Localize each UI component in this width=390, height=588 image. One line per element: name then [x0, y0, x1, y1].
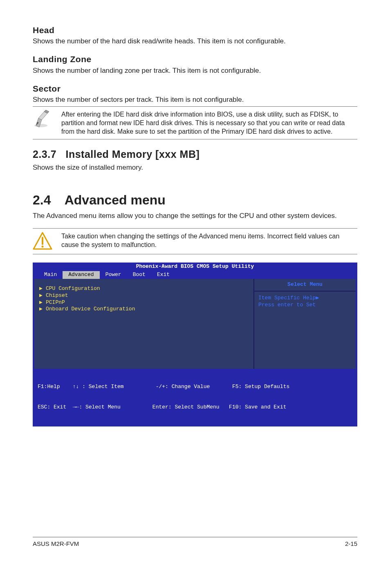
- note-warning-text: Take caution when changing the settings …: [61, 231, 357, 249]
- section-head-title: Head: [33, 25, 357, 36]
- bios-tab-boot[interactable]: Boot: [127, 271, 151, 279]
- note-pencil: After entering the IDE hard disk drive i…: [33, 106, 357, 139]
- chevron-right-icon: ▶: [39, 299, 46, 306]
- note-warning: Take caution when changing the settings …: [33, 228, 357, 254]
- h2-installed-body: Shows the size of installed memory.: [33, 163, 357, 173]
- h1-advanced-body: The Advanced menu items allow you to cha…: [33, 211, 357, 221]
- pencil-icon: [33, 109, 52, 129]
- bios-footer-line2: ESC: Exit →←: Select Menu Enter: Select …: [38, 404, 352, 411]
- svg-marker-2: [38, 112, 47, 120]
- bios-item-cpu[interactable]: ▶CPU Configuration: [39, 285, 250, 292]
- h2-title: Installed Memory [xxx MB]: [65, 148, 199, 160]
- bios-footer-line1: F1:Help ↑↓ : Select Item -/+: Change Val…: [38, 384, 352, 391]
- section-head-body: Shows the number of the hard disk read/w…: [33, 37, 357, 46]
- bios-right-title: Select Menu: [254, 279, 356, 292]
- bios-tab-main[interactable]: Main: [38, 271, 63, 279]
- bios-help-line1: Item Specific Help▶: [258, 295, 352, 302]
- chevron-right-icon: ▶: [39, 306, 46, 313]
- bios-screenshot: Phoenix-Award BIOS CMOS Setup Utility Ma…: [33, 263, 357, 426]
- h2-num: 2.3.7: [33, 148, 56, 160]
- footer-right: 2-15: [345, 540, 357, 548]
- chevron-right-icon: ▶: [39, 292, 46, 299]
- h1-num: 2.4: [33, 191, 61, 209]
- bios-help-line3: Press enter to Set: [258, 302, 352, 309]
- section-landing-title: Landing Zone: [33, 54, 357, 65]
- bios-item-chipset[interactable]: ▶Chipset: [39, 292, 250, 299]
- h2-installed-memory: 2.3.7 Installed Memory [xxx MB]: [33, 148, 357, 162]
- bios-tab-exit[interactable]: Exit: [151, 271, 175, 279]
- chevron-right-icon: ▶: [39, 285, 46, 292]
- section-sector-title: Sector: [33, 83, 357, 94]
- h1-advanced-menu: 2.4 Advanced menu: [33, 191, 357, 209]
- section-sector-body: Shows the number of sectors per track. T…: [33, 95, 357, 105]
- bios-footer: F1:Help ↑↓ : Select Item -/+: Change Val…: [33, 369, 357, 426]
- note-pencil-text: After entering the IDE hard disk drive i…: [61, 109, 357, 136]
- svg-point-7: [42, 245, 44, 247]
- bios-right-pane: Select Menu Item Specific Help▶ Press en…: [253, 279, 356, 369]
- bios-tab-power[interactable]: Power: [100, 271, 127, 279]
- bios-left-pane: ▶CPU Configuration ▶Chipset ▶PCIPnP ▶Onb…: [34, 279, 253, 369]
- bios-title: Phoenix-Award BIOS CMOS Setup Utility: [33, 263, 357, 271]
- bios-menubar: Main Advanced Power Boot Exit: [33, 271, 357, 279]
- section-landing-body: Shows the number of landing zone per tra…: [33, 66, 357, 76]
- page-footer: ASUS M2R-FVM 2-15: [33, 537, 357, 548]
- bios-tab-advanced[interactable]: Advanced: [63, 271, 99, 279]
- footer-left: ASUS M2R-FVM: [33, 540, 79, 548]
- warning-icon: [33, 231, 52, 251]
- bios-item-onboard[interactable]: ▶Onboard Device Configuration: [39, 306, 250, 313]
- h1-title: Advanced menu: [65, 193, 166, 207]
- bios-item-pcipnp[interactable]: ▶PCIPnP: [39, 299, 250, 306]
